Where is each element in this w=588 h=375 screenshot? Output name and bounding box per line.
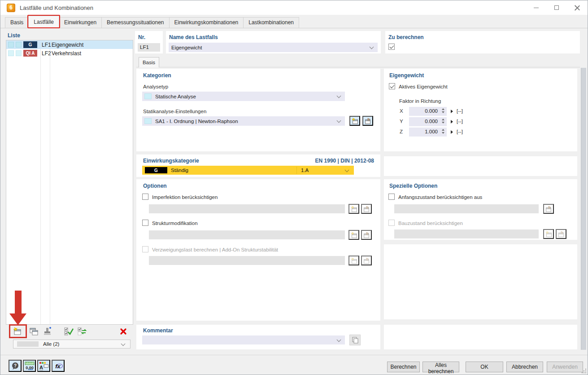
factor-x-unit: [--] xyxy=(457,108,463,114)
state-checkbox-cell[interactable] xyxy=(16,42,22,48)
factor-y-value: 0.000 xyxy=(425,119,438,124)
alles-berechnen-button[interactable]: Alles berechnen xyxy=(422,362,459,372)
kommentar-dropdown[interactable] xyxy=(142,335,345,344)
edit-anfangszustand-button[interactable] xyxy=(543,204,554,214)
new-settings-button[interactable] xyxy=(349,116,360,126)
tab-bemessungssituationen[interactable]: Bemessungssituationen xyxy=(101,17,169,28)
chevron-down-icon xyxy=(337,119,341,123)
check-all-button[interactable] xyxy=(62,326,75,337)
formula-button[interactable]: fx xyxy=(52,360,65,372)
axis-z-label: Z xyxy=(400,129,403,134)
imperfektion-field xyxy=(149,204,345,213)
factor-x-value: 0.000 xyxy=(425,108,438,114)
list-header: Liste xyxy=(8,32,20,39)
solve-checkbox-cell[interactable] xyxy=(8,50,14,56)
zu-berechnen-checkbox[interactable] xyxy=(388,44,395,50)
list-column-divider xyxy=(40,40,41,324)
close-button[interactable] xyxy=(567,0,588,15)
category-badge-g: G xyxy=(23,41,37,48)
berechnen-button[interactable]: Berechnen xyxy=(387,362,420,372)
load-case-number: LF2 xyxy=(42,50,51,57)
axis-x-label: X xyxy=(400,108,403,114)
strukturmodifikation-checkbox[interactable] xyxy=(142,220,148,226)
edit-window-icon xyxy=(363,232,370,238)
delete-load-case-button[interactable] xyxy=(117,326,130,337)
invert-check-button[interactable] xyxy=(76,326,88,337)
copy-comment-button[interactable] xyxy=(349,335,361,345)
units-icon: 0,00 xyxy=(24,362,35,371)
tab-basis[interactable]: Basis xyxy=(5,17,29,28)
new-verzweigungslast-button xyxy=(348,256,359,265)
vertical-scrollbar[interactable] xyxy=(581,68,586,350)
resize-grip[interactable] xyxy=(582,369,586,373)
eigengewicht-box: Eigengewicht Aktives Eigengewicht Faktor… xyxy=(384,69,577,151)
svg-text:?: ? xyxy=(13,363,16,368)
tab-einwirkungen[interactable]: Einwirkungen xyxy=(59,17,102,28)
apply-template-button[interactable] xyxy=(41,326,54,337)
aktives-eigengewicht-checkbox[interactable] xyxy=(389,83,395,89)
name-box: Name des Lastfalls Eigengewicht xyxy=(166,31,381,53)
edit-strukturmodifikation-button[interactable] xyxy=(361,230,372,240)
load-case-number: LF1 xyxy=(42,42,51,48)
new-window-icon xyxy=(350,232,357,238)
anfangszustand-label: Anfangszustand berücksichtigen aus xyxy=(398,194,482,200)
action-category-dropdown[interactable]: G Ständig 1.A xyxy=(142,166,354,175)
new-load-case-button[interactable] xyxy=(11,326,23,337)
svg-text:0,00: 0,00 xyxy=(26,365,34,370)
svg-text:fx: fx xyxy=(55,362,61,369)
ok-button[interactable]: OK xyxy=(466,362,503,372)
new-window-icon xyxy=(350,257,357,264)
spin-down-icon[interactable] xyxy=(442,122,444,124)
display-settings-button[interactable]: A xyxy=(37,360,50,372)
anfangszustand-checkbox[interactable] xyxy=(388,194,395,200)
edit-imperfektion-button[interactable] xyxy=(361,204,372,214)
list-item-lf1[interactable]: G LF1 Eigengewicht xyxy=(6,40,133,49)
load-case-name-dropdown[interactable]: Eigengewicht xyxy=(169,43,378,52)
spin-up-icon[interactable] xyxy=(442,129,444,131)
factor-x-spinner[interactable]: 0.000 xyxy=(409,107,447,116)
spin-up-icon[interactable] xyxy=(442,119,444,120)
spin-up-icon[interactable] xyxy=(442,108,444,110)
new-strukturmodifikation-button[interactable] xyxy=(348,230,359,240)
statikanalyse-dropdown[interactable]: SA1 - I. Ordnung | Newton-Raphson xyxy=(142,116,345,126)
imperfektion-checkbox[interactable] xyxy=(142,194,148,200)
tab-einwirkungskombinationen[interactable]: Einwirkungskombinationen xyxy=(169,17,244,28)
edit-verzweigungslast-button xyxy=(361,256,372,265)
copy-load-case-button[interactable] xyxy=(27,326,40,337)
expand-arrow-icon[interactable] xyxy=(451,130,453,134)
edit-settings-button[interactable] xyxy=(362,116,373,126)
list-filter-dropdown[interactable]: Alle (2) xyxy=(13,340,131,349)
factor-y-spinner[interactable]: 0.000 xyxy=(409,117,447,126)
chevron-down-icon xyxy=(337,94,341,98)
expand-arrow-icon[interactable] xyxy=(451,120,453,124)
spin-down-icon[interactable] xyxy=(442,111,444,113)
minimize-button[interactable] xyxy=(526,0,546,15)
state-checkbox-cell[interactable] xyxy=(16,50,22,56)
strukturmodifikation-field xyxy=(149,230,345,239)
abbrechen-button[interactable]: Abbrechen xyxy=(506,362,543,372)
new-imperfektion-button[interactable] xyxy=(348,204,359,214)
solve-checkbox-cell[interactable] xyxy=(8,42,14,48)
factor-z-spinner[interactable]: 1.000 xyxy=(409,128,447,137)
analysetyp-label: Analysetyp xyxy=(143,84,168,89)
faktor-label: Faktor in Richtung xyxy=(399,98,441,104)
edit-bauzustand-button xyxy=(556,229,566,239)
help-button[interactable]: ? xyxy=(9,360,22,372)
toggle-check-icon xyxy=(77,327,87,336)
nr-field: LF1 xyxy=(138,43,160,52)
spin-down-icon[interactable] xyxy=(442,132,444,134)
minimize-icon xyxy=(534,8,539,8)
maximize-button[interactable] xyxy=(546,0,567,15)
annotation-arrow-head xyxy=(9,313,26,325)
list-item-lf2[interactable]: QI A LF2 Verkehrslast xyxy=(6,49,133,57)
verzweigungslast-checkbox xyxy=(142,246,148,252)
tab-lastkombinationen[interactable]: Lastkombinationen xyxy=(243,17,299,28)
tab-lastfaelle[interactable]: Lastfälle xyxy=(28,16,59,28)
expand-arrow-icon[interactable] xyxy=(451,110,453,113)
zu-berechnen-label: Zu berechnen xyxy=(388,34,424,40)
units-settings-button[interactable]: 0,00 xyxy=(23,360,36,372)
settings-color-swatch xyxy=(144,118,152,124)
rfem6-logo-icon: 6 xyxy=(7,4,15,12)
subtab-basis[interactable]: Basis xyxy=(139,57,159,67)
analysetyp-dropdown[interactable]: Statische Analyse xyxy=(142,92,345,101)
